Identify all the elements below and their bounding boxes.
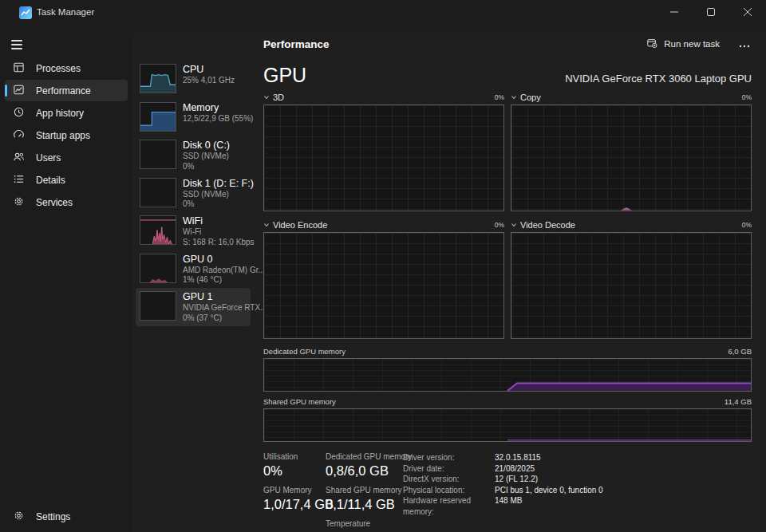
perf-item-line2: 1% (46 °C) [183, 275, 247, 286]
sidebar-item-label: Users [36, 152, 61, 164]
stat-temperature: Temperature 37 °C [326, 519, 403, 532]
chart-percent: 0% [495, 221, 504, 229]
mem-chart-scale: 6,0 GB [728, 347, 752, 356]
chevron-down-icon[interactable] [263, 94, 270, 100]
settings-gear-icon [13, 510, 25, 524]
chart-percent: 0% [742, 221, 752, 229]
chevron-down-icon[interactable] [511, 222, 517, 228]
stat-label: Temperature [326, 519, 403, 528]
chart-percent: 0% [495, 93, 504, 101]
run-new-task-button[interactable]: Run new task [640, 34, 726, 53]
perf-item-gpu1[interactable]: GPU 1 NVIDIA GeForce RTX... 0% (37 °C) [136, 288, 251, 326]
task-manager-app-icon [19, 6, 32, 19]
sidebar-item-details[interactable]: Details [5, 169, 128, 191]
sidebar-item-processes[interactable]: Processes [5, 57, 128, 79]
stat-dedicated-memory: Dedicated GPU memory 0,8/6,0 GB [326, 452, 403, 479]
maximize-button[interactable] [693, 0, 729, 24]
gpu-device-name: NVIDIA GeForce RTX 3060 Laptop GPU [565, 73, 752, 86]
new-task-icon [646, 37, 657, 50]
sidebar-item-services[interactable]: Services [5, 191, 128, 213]
stat-value: 0,1/11,4 GB [326, 497, 403, 512]
chart-label: Copy [520, 93, 541, 102]
mem-chart-label: Shared GPU memory [263, 397, 336, 406]
gpu0-sparkline [140, 254, 176, 283]
perf-item-cpu[interactable]: CPU 25% 4,01 GHz [136, 61, 251, 99]
perf-item-title: Disk 1 (D: E: F:) [183, 178, 247, 190]
perf-item-line2: 0% [183, 199, 247, 210]
chevron-down-icon[interactable] [263, 222, 270, 228]
run-new-task-label: Run new task [664, 39, 720, 49]
chart-video-decode: Video Decode 0% [511, 219, 752, 339]
disk0-sparkline [140, 140, 176, 169]
detail-driver-version: Driver version: 32.0.15.8115 [403, 452, 752, 463]
memory-sparkline [140, 102, 176, 132]
sidebar-item-label: Details [36, 175, 65, 186]
shared-gpu-memory-chart: Shared GPU memory 11,4 GB [263, 396, 752, 442]
perf-item-wifi[interactable]: WiFi Wi-Fi S: 168 R: 16,0 Kbps [136, 212, 251, 250]
detail-value: 12 (FL 12.2) [495, 474, 538, 485]
stat-label: Dedicated GPU memory [326, 452, 403, 461]
sidebar-item-performance[interactable]: Performance [5, 80, 128, 101]
stat-value: 0,8/6,0 GB [326, 463, 403, 479]
perf-item-line1: 12,5/22,9 GB (55%) [183, 114, 247, 124]
clock-history-icon [13, 106, 25, 120]
stat-value: 1,0/17,4 GB [263, 497, 326, 512]
chart-copy: Copy 0% [511, 91, 752, 211]
shared-memory-chart-area [263, 408, 752, 442]
cpu-sparkline [140, 64, 176, 93]
perf-item-line1: Wi-Fi [183, 227, 247, 238]
speedometer-icon [13, 128, 25, 143]
perf-item-disk0[interactable]: Disk 0 (C:) SSD (NVMe) 0% [136, 136, 251, 175]
stat-value: 0% [263, 463, 326, 479]
perf-item-line2: 0% (37 °C) [183, 313, 247, 324]
selected-accent-bar [5, 85, 7, 97]
detail-physical-location: Physical location: PCI bus 1, device 0, … [403, 485, 752, 496]
detail-value: PCI bus 1, device 0, function 0 [495, 485, 603, 496]
perf-item-title: GPU 1 [183, 291, 247, 303]
perf-item-gpu0[interactable]: GPU 0 AMD Radeon(TM) Gr... 1% (46 °C) [136, 250, 251, 289]
navigation-menu-button[interactable] [6, 33, 32, 56]
sidebar-item-label: Startup apps [36, 130, 90, 141]
maximize-icon [707, 8, 715, 16]
perf-item-disk1[interactable]: Disk 1 (D: E: F:) SSD (NVMe) 0% [136, 175, 251, 213]
chart-label: 3D [273, 93, 284, 102]
sidebar-item-startup-apps[interactable]: Startup apps [5, 124, 128, 146]
page-title: Performance [263, 38, 330, 50]
chart-percent: 0% [742, 93, 752, 101]
window-title: Task Manager [37, 7, 94, 17]
close-button[interactable] [729, 0, 766, 24]
chart-area-copy [511, 104, 752, 211]
dedicated-gpu-memory-chart: Dedicated GPU memory 6,0 GB [263, 346, 752, 392]
chart-label: Video Encode [273, 220, 327, 230]
mem-chart-scale: 11,4 GB [725, 397, 752, 406]
titlebar: Task Manager [0, 0, 766, 26]
detail-hardware-reserved-memory: Hardware reserved memory: 148 MB [403, 495, 752, 517]
chart-video-encode: Video Encode 0% [263, 219, 504, 339]
detail-driver-date: Driver date: 21/08/2025 [403, 463, 752, 475]
perf-item-line2: S: 168 R: 16,0 Kbps [183, 238, 247, 248]
wifi-sparkline [140, 215, 176, 245]
performance-icon [13, 84, 25, 98]
perf-item-memory[interactable]: Memory 12,5/22,9 GB (55%) [136, 99, 251, 137]
sidebar-item-label: Processes [36, 63, 81, 74]
ellipsis-icon [739, 37, 750, 51]
detail-value: 21/08/2025 [495, 463, 535, 475]
gpu-title: GPU [263, 64, 306, 86]
gpu-driver-details: Driver version: 32.0.15.8115 Driver date… [403, 452, 752, 532]
performance-list: CPU 25% 4,01 GHz Memory 12,5/22,9 GB (55… [136, 61, 251, 326]
detail-label: Driver date: [403, 463, 495, 475]
stat-label: Shared GPU memory [326, 486, 403, 495]
disk1-sparkline [140, 178, 176, 207]
detail-label: Hardware reserved memory: [403, 495, 495, 517]
sidebar-item-app-history[interactable]: App history [5, 102, 128, 124]
sidebar-item-settings[interactable]: Settings [5, 506, 128, 527]
minimize-button[interactable] [656, 0, 693, 24]
more-options-button[interactable] [734, 33, 755, 54]
sidebar-item-label: App history [36, 108, 84, 119]
detail-directx-version: DirectX version: 12 (FL 12.2) [403, 474, 752, 485]
detail-label: DirectX version: [403, 474, 495, 485]
gear-icon [13, 195, 25, 210]
chevron-down-icon[interactable] [511, 94, 517, 100]
sidebar-item-users[interactable]: Users [5, 147, 128, 168]
sidebar-item-label: Performance [36, 85, 91, 97]
